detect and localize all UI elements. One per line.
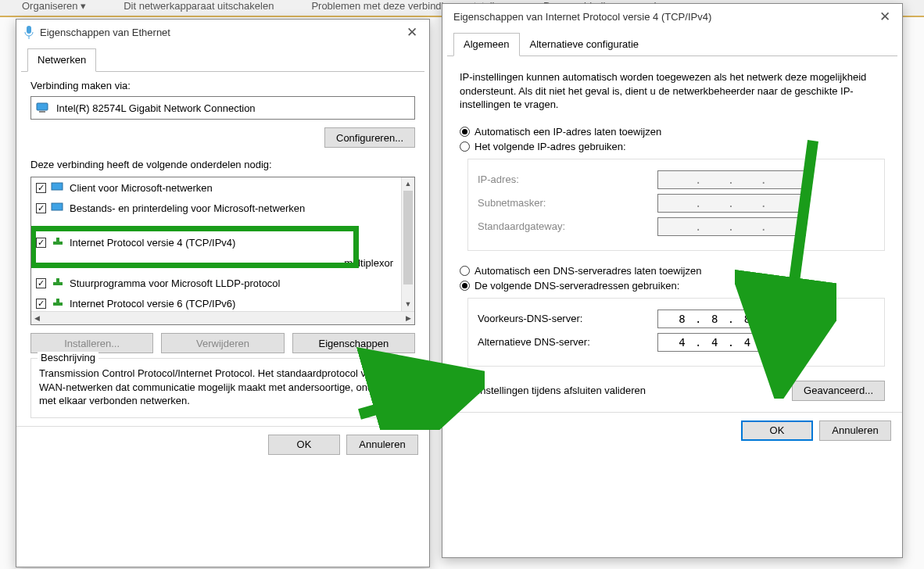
ip-description: IP-instellingen kunnen automatisch worde… [460, 70, 885, 112]
components-label: Deze verbinding heeft de volgende onderd… [30, 159, 415, 170]
list-item[interactable]: multiplexor [31, 252, 401, 273]
ip-fields-group: IP-adres: Subnetmasker: Standaardgateway… [467, 159, 885, 251]
scroll-down-icon[interactable]: ▼ [402, 298, 414, 311]
close-icon[interactable]: ✕ [401, 24, 423, 41]
dialog-body: IP-instellingen kunnen automatisch worde… [442, 56, 902, 412]
advanced-button[interactable]: Geavanceerd... [792, 381, 885, 401]
titlebar[interactable]: Eigenschappen van Ethernet ✕ [16, 20, 429, 45]
adapter-box[interactable]: Intel(R) 82574L Gigabit Network Connecti… [30, 96, 415, 120]
svg-rect-4 [52, 183, 63, 190]
configure-button[interactable]: Configureren... [324, 127, 415, 148]
protocol-icon [51, 237, 65, 248]
ethernet-properties-dialog: Eigenschappen van Ethernet ✕ Netwerken V… [16, 19, 430, 567]
dns-alt-input[interactable] [657, 333, 806, 352]
ip-address-label: IP-adres: [478, 174, 657, 185]
dialog-footer: OK Annuleren [442, 412, 902, 449]
dns-alt-label: Alternatieve DNS-server: [478, 336, 657, 348]
adapter-name: Intel(R) 82574L Gigabit Network Connecti… [56, 102, 256, 114]
svg-rect-11 [56, 299, 59, 304]
ip-address-input [657, 170, 806, 189]
install-button[interactable]: Installeren... [30, 333, 153, 353]
svg-rect-0 [27, 26, 31, 34]
radio-icon[interactable] [460, 281, 470, 291]
dialog-body: Verbinding maken via: Intel(R) 82574L Gi… [16, 72, 429, 426]
subnet-input [657, 194, 806, 213]
connect-via-label: Verbinding maken via: [30, 80, 415, 91]
list-item[interactable]: ✓ Bestands- en printerdeling voor Micros… [31, 198, 401, 218]
dns-auto-radio-row[interactable]: Automatisch een DNS-serveradres laten to… [460, 265, 885, 277]
checkbox[interactable] [460, 385, 470, 395]
svg-rect-7 [56, 238, 59, 243]
ipv4-properties-dialog: Eigenschappen van Internet Protocol vers… [442, 3, 903, 558]
svg-rect-9 [56, 278, 59, 284]
scroll-right-icon[interactable]: ▶ [403, 314, 414, 322]
description-text: Transmission Control Protocol/Internet P… [39, 367, 406, 408]
checkbox[interactable]: ✓ [36, 238, 46, 248]
protocol-icon [51, 277, 65, 288]
tab-general[interactable]: Algemeen [453, 33, 520, 56]
radio-icon[interactable] [460, 127, 470, 137]
description-legend: Beschrijving [38, 352, 98, 363]
ip-manual-radio-row[interactable]: Het volgende IP-adres gebruiken: [460, 141, 885, 152]
client-icon [51, 182, 65, 193]
svg-rect-2 [37, 103, 48, 110]
toolbar-item[interactable]: Organiseren ▾ [22, 0, 86, 16]
gateway-label: Standaardgateway: [478, 220, 657, 232]
dns-fields-group: Voorkeurs-DNS-server: Alternatieve DNS-s… [467, 298, 885, 367]
cancel-button[interactable]: Annuleren [346, 435, 418, 455]
dialog-title: Eigenschappen van Internet Protocol vers… [449, 11, 874, 23]
tabstrip: Algemeen Alternatieve configuratie [447, 32, 897, 56]
description-group: Beschrijving Transmission Control Protoc… [30, 358, 415, 418]
list-item[interactable]: ✓ Internet Protocol versie 6 (TCP/IPv6) [31, 293, 401, 311]
monitor-icon [36, 102, 50, 113]
dialog-footer: OK Annuleren [16, 426, 429, 463]
protocol-icon [51, 298, 65, 309]
list-item[interactable]: ✓ Client voor Microsoft-netwerken [31, 177, 401, 198]
gateway-input [657, 217, 806, 236]
vertical-scrollbar[interactable]: ▲ ▼ [401, 177, 414, 311]
tabstrip: Netwerken [21, 48, 424, 72]
list-item[interactable] [31, 218, 401, 232]
cancel-button[interactable]: Annuleren [819, 420, 891, 441]
ok-button[interactable]: OK [741, 420, 813, 441]
checkbox[interactable]: ✓ [36, 299, 46, 309]
dns-pref-label: Voorkeurs-DNS-server: [478, 313, 657, 324]
list-item[interactable]: ✓ Stuurprogramma voor Microsoft LLDP-pro… [31, 273, 401, 293]
svg-rect-3 [39, 111, 45, 113]
radio-icon[interactable] [460, 266, 470, 276]
checkbox[interactable]: ✓ [36, 183, 46, 193]
scroll-up-icon[interactable]: ▲ [402, 177, 414, 191]
dns-manual-radio-row[interactable]: De volgende DNS-serveradressen gebruiken… [460, 280, 885, 292]
tab-networking[interactable]: Netwerken [27, 48, 96, 72]
titlebar[interactable]: Eigenschappen van Internet Protocol vers… [442, 4, 902, 29]
mic-icon [23, 24, 35, 40]
ok-button[interactable]: OK [268, 435, 340, 455]
scroll-thumb[interactable] [403, 191, 413, 284]
properties-button[interactable]: Eigenschappen [292, 333, 415, 353]
radio-icon[interactable] [460, 141, 470, 152]
tab-alt-config[interactable]: Alternatieve configuratie [520, 33, 649, 56]
scroll-left-icon[interactable]: ◀ [31, 314, 43, 322]
subnet-label: Subnetmasker: [478, 197, 657, 209]
components-list: ✓ Client voor Microsoft-netwerken ✓ Best… [30, 177, 415, 325]
uninstall-button[interactable]: Verwijderen [161, 333, 284, 353]
horizontal-scrollbar[interactable]: ◀ ▶ [31, 311, 414, 324]
dialog-title: Eigenschappen van Ethernet [40, 27, 401, 38]
ip-auto-radio-row[interactable]: Automatisch een IP-adres laten toewijzen [460, 126, 885, 138]
validate-checkbox-row[interactable]: Instellingen tijdens afsluiten valideren [460, 385, 646, 396]
toolbar-item[interactable]: Dit netwerkapparaat uitschakelen [124, 0, 274, 16]
svg-rect-5 [52, 203, 63, 210]
checkbox[interactable]: ✓ [36, 278, 46, 288]
dns-pref-input[interactable] [657, 310, 806, 328]
share-icon [51, 202, 65, 213]
list-item-ipv4[interactable]: ✓ Internet Protocol versie 4 (TCP/IPv4) [31, 232, 401, 252]
checkbox[interactable]: ✓ [36, 203, 46, 213]
close-icon[interactable]: ✕ [874, 9, 896, 25]
